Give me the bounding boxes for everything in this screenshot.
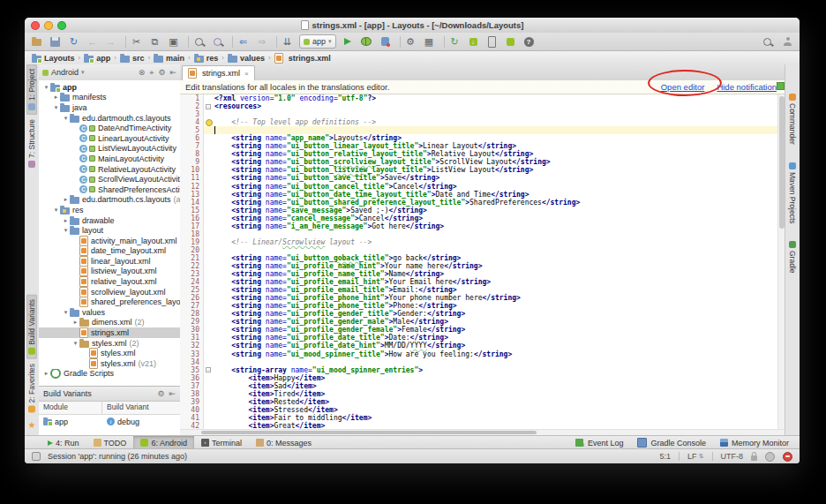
fold-marker-icon[interactable]: – [206, 104, 211, 109]
help-icon[interactable]: ? [522, 35, 536, 49]
tree-item-values[interactable]: ▾values [39, 307, 180, 318]
code-line[interactable]: 5 [180, 126, 785, 134]
tree-item-app[interactable]: ▾app [39, 82, 180, 93]
code-line[interactable]: 18 [180, 230, 785, 238]
tree-item-relativelayoutactivity[interactable]: CRelativeLayoutActivity [39, 164, 180, 175]
chevron-right-icon[interactable]: ▸ [62, 196, 70, 203]
sdk-manager-icon[interactable]: ↓ [467, 35, 480, 49]
chevron-down-icon[interactable]: ▾ [52, 207, 60, 214]
project-view-select[interactable]: Android [51, 68, 79, 77]
cut-icon[interactable]: ✂ [130, 35, 143, 49]
code-line[interactable]: 12 <string name="ui_button_cancel_title"… [180, 183, 785, 191]
lock-icon[interactable] [751, 455, 757, 461]
hide-panel-icon[interactable]: ⇤ [169, 389, 176, 398]
tree-item-shared_preferences_layout-xml[interactable]: shared_preferences_layout.xml [39, 297, 180, 307]
code-line[interactable]: 13 <string name="ui_button_date_time_lay… [180, 191, 785, 199]
stripe-tab-7-structure[interactable]: 7: Structure [26, 115, 37, 172]
scroll-to-source-icon[interactable]: ⌖ [149, 68, 154, 78]
tree-item-manifests[interactable]: ▸manifests [39, 93, 180, 103]
tree-item-styles-xml[interactable]: styles.xml(v21) [39, 358, 180, 369]
inspector-profile-icon[interactable] [765, 452, 775, 462]
run-icon[interactable] [342, 35, 355, 49]
gear-icon[interactable]: ⚙ [157, 389, 164, 398]
tree-item-scrollview_layout-xml[interactable]: scrollview_layout.xml [39, 287, 180, 297]
stripe-tab-gradle[interactable]: Gradle [787, 237, 798, 278]
stripe-tab-maven-projects[interactable]: Maven Projects [787, 158, 798, 229]
caret-position[interactable]: 5:1 [660, 452, 672, 461]
code-line[interactable]: 2–<resources> [180, 102, 785, 110]
tool-window-tab-6-android[interactable]: 6: Android [133, 436, 194, 449]
open-file-icon[interactable] [30, 35, 43, 49]
code-editor[interactable]: 1<?xml version="1.0" encoding="utf-8"?>2… [180, 94, 785, 430]
tool-window-tab-4-run[interactable]: 4: Run [41, 436, 86, 449]
tree-item-dateandtimeactivity[interactable]: CDateAndTimeActivity [39, 123, 180, 133]
tree-item-listviewlayoutactivity[interactable]: CListViewLayoutActivity [39, 144, 180, 154]
editor-tab-strings-xml[interactable]: strings.xml × [182, 65, 255, 80]
code-line[interactable]: 20 [180, 246, 785, 254]
line-separator-indicator[interactable]: LF [687, 452, 697, 461]
breadcrumb-item-main[interactable]: main [152, 54, 186, 63]
code-line[interactable]: 15 <string name="save_message">Saved ;-)… [180, 207, 785, 214]
tree-item-java[interactable]: ▾java [39, 102, 180, 113]
gradle-sync-icon[interactable]: ↻ [448, 35, 462, 49]
toggle-toolwindows-icon[interactable] [32, 452, 41, 461]
chevron-down-icon[interactable]: ▾ [62, 309, 70, 316]
widget-event-log[interactable]: 4Event Log [575, 439, 624, 448]
tree-item-gradle-scripts[interactable]: ▸Gradle Scripts [39, 369, 180, 380]
code-line[interactable]: 14 <string name="ui_button_shared_prefer… [180, 199, 785, 207]
collapse-all-icon[interactable]: ⊗ [139, 68, 146, 78]
chevron-down-icon[interactable]: ▾ [42, 84, 50, 91]
tree-item-mainlayoutactivity[interactable]: CMainLayoutActivity [39, 154, 180, 164]
find-icon[interactable] [192, 35, 206, 49]
tool-window-tab-todo[interactable]: TODO [86, 436, 134, 449]
user-icon[interactable] [781, 35, 794, 49]
code-line[interactable]: 24 <string name="ui_profile_email_hint">… [180, 278, 785, 286]
android-monitor-icon[interactable] [504, 35, 517, 49]
error-indicator-icon[interactable] [783, 452, 792, 462]
horizontal-scrollbar[interactable] [180, 429, 785, 435]
breadcrumb-item-res[interactable]: res [192, 54, 221, 63]
code-line[interactable]: 25 <string name="ui_profile_email_title"… [180, 286, 785, 294]
stripe-tab-1-project[interactable]: 1: Project [26, 64, 37, 115]
tree-item-sharedpreferencesactivity[interactable]: CSharedPreferencesActivity [39, 184, 180, 195]
chevron-down-icon[interactable]: ▾ [71, 340, 79, 347]
code-line[interactable]: 38 <item>Tired</item> [180, 390, 785, 398]
tree-item-styles-xml[interactable]: ▾styles.xml(2) [39, 338, 180, 349]
copy-icon[interactable]: ⧉ [148, 35, 161, 49]
code-line[interactable]: 34 [180, 358, 785, 366]
tree-item-edu-dartmouth-cs-layouts[interactable]: ▸edu.dartmouth.cs.layouts(androidTest) [39, 195, 180, 206]
avd-manager-icon[interactable] [485, 35, 499, 49]
tree-item-edu-dartmouth-cs-layouts[interactable]: ▾edu.dartmouth.cs.layouts [39, 113, 180, 124]
chevron-right-icon[interactable]: ▸ [62, 217, 70, 224]
synchronize-icon[interactable]: ↻ [67, 35, 80, 49]
tool-window-tab-terminal[interactable]: ›Terminal [194, 436, 249, 449]
save-all-icon[interactable] [49, 35, 62, 49]
replace-icon[interactable] [211, 35, 224, 49]
variant-name[interactable]: debug [117, 417, 139, 426]
tool-window-tab-0-messages[interactable]: 0: Messages [249, 436, 319, 449]
open-editor-link[interactable]: Open editor [661, 82, 705, 92]
widget-memory-monitor[interactable]: Memory Monitor [720, 439, 789, 448]
project-structure-icon[interactable]: ▦ [423, 35, 436, 49]
code-line[interactable]: 41 <item>Fair to middling</item> [180, 414, 785, 422]
close-icon[interactable]: × [244, 70, 249, 78]
code-line[interactable]: 17 <string name="i_am_here_message">Got … [180, 222, 785, 230]
intention-bulb-icon[interactable] [206, 119, 213, 126]
tree-item-scrollviewlayoutactivity[interactable]: CScrollViewLayoutActivity [39, 174, 180, 184]
code-line[interactable]: 28 <string name="ui_profile_gender_title… [180, 310, 785, 318]
tree-item-dimens-xml[interactable]: ▸dimens.xml(2) [39, 318, 180, 328]
inspection-status-square[interactable] [777, 82, 785, 90]
tree-item-linear_layout-xml[interactable]: linear_layout.xml [39, 256, 180, 267]
code-line[interactable]: 23 <string name="ui_profile_name_title">… [180, 270, 785, 278]
build-variant-row[interactable]: app i debug [39, 415, 180, 428]
code-line[interactable]: 16 <string name="cancel_message">Cancel<… [180, 214, 785, 222]
widget-gradle-console[interactable]: Gradle Console [637, 438, 706, 448]
code-line[interactable]: 35– <string-array name="ui_mood_spinner_… [180, 366, 785, 374]
paste-icon[interactable]: ▣ [167, 35, 180, 49]
navigate-forward-icon[interactable]: ⇒ [255, 35, 268, 49]
fold-marker-icon[interactable]: – [206, 367, 211, 372]
tree-item-drawable[interactable]: ▸drawable [39, 215, 180, 226]
code-line[interactable]: 3 [180, 110, 785, 118]
chevron-down-icon[interactable]: ▾ [62, 227, 70, 234]
tree-item-relative_layout-xml[interactable]: relative_layout.xml [39, 276, 180, 287]
